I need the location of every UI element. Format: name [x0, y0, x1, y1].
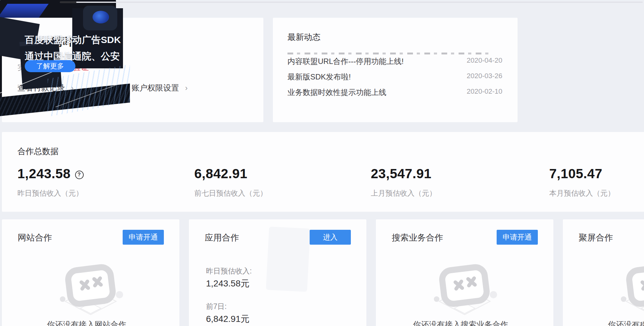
- stat-number: 7,105.47: [549, 166, 602, 181]
- stat-label: 昨日预估收入（元）: [17, 188, 83, 198]
- news-item-title: 最新版SDK发布啦!: [287, 72, 351, 82]
- banner-line1: 百度联盟移动广告SDK: [25, 32, 116, 48]
- empty-state-tv-icon: [615, 264, 644, 319]
- banner-lens-illustration: [93, 11, 109, 23]
- news-item[interactable]: 最新版SDK发布啦! 2020-03-26: [287, 72, 502, 81]
- horizontal-scrollbar-thumb[interactable]: [60, 1, 76, 3]
- stat-value: 6,842.91: [194, 166, 248, 181]
- stat-value: 1,243.58?: [17, 166, 84, 181]
- stat-label: 本月预估收入（元）: [549, 188, 615, 198]
- card-watermark: [266, 227, 310, 292]
- stat-number: 6,842.91: [194, 166, 248, 181]
- stat-number: 1,243.58: [17, 166, 71, 181]
- empty-state-text: 你还没有接入搜索业务合作，: [376, 319, 553, 326]
- account-permission-link[interactable]: 账户权限设置 ›: [132, 83, 188, 93]
- news-item[interactable]: 内容联盟URL合作---停用功能上线! 2020-04-20: [287, 56, 502, 66]
- news-item-title: 业务数据时效性提示功能上线: [287, 87, 386, 97]
- news-item-date: 2020-04-20: [467, 56, 502, 65]
- empty-state-tv-icon: [428, 264, 502, 319]
- income-label: 昨日预估收入:: [206, 266, 252, 276]
- stat-label: 上月预估收入（元）: [371, 188, 436, 198]
- apply-open-button[interactable]: 申请开通: [123, 230, 164, 245]
- chevron-right-icon: ›: [185, 84, 188, 92]
- stat-label: 前七日预估收入（元）: [194, 188, 267, 198]
- income-value: 6,842.91元: [206, 313, 249, 325]
- stat-value: 23,547.91: [371, 166, 431, 181]
- income-value: 1,243.58元: [206, 278, 249, 290]
- coop-card-app: 应用合作 进入 昨日预估收入: 1,243.58元 前7日: 6,842.91元: [189, 219, 366, 326]
- dashboard-page: 您好，晴叶科技! 实名认证： 已验证 查看付款记录 › 账户权限设置 › 最新动…: [0, 0, 644, 326]
- income-label: 前7日:: [206, 302, 227, 311]
- coop-card-title: 搜索业务合作: [392, 232, 443, 243]
- coop-card-screen: 聚屏合作 你还没有接入聚屏合作，: [563, 219, 644, 326]
- help-icon[interactable]: ?: [75, 171, 84, 179]
- news-title: 最新动态: [287, 32, 320, 43]
- news-card: 最新动态 内容联盟URL合作---停用功能上线! 2020-04-20 最新版S…: [273, 18, 518, 122]
- coop-card-title: 网站合作: [18, 232, 52, 243]
- news-item[interactable]: 业务数据时效性提示功能上线 2020-02-10: [287, 87, 502, 97]
- apply-open-button[interactable]: 申请开通: [497, 230, 538, 245]
- coop-card-title: 应用合作: [205, 232, 239, 243]
- total-data-card: 合作总数据 1,243.58? 昨日预估收入（元） 6,842.91 前七日预估…: [2, 132, 644, 212]
- coop-card-search: 搜索业务合作 申请开通 你还没有接入搜索业务合作，: [376, 219, 553, 326]
- news-item-date: 2020-02-10: [467, 87, 502, 96]
- empty-state-text: 你还没有接入网站合作，: [2, 319, 179, 326]
- account-permission-label: 账户权限设置: [132, 83, 179, 92]
- stat-value: 7,105.47: [549, 166, 602, 181]
- coop-card-website: 网站合作 申请开通 你还没有接入网站合作，: [2, 219, 179, 326]
- total-data-title: 合作总数据: [17, 146, 59, 157]
- stat-number: 23,547.91: [371, 166, 431, 181]
- clipped-scrolling-news-item: [287, 53, 493, 54]
- horizontal-scrollbar-track[interactable]: [60, 2, 643, 3]
- enter-button[interactable]: 进入: [310, 230, 351, 245]
- coop-card-title: 聚屏合作: [579, 232, 613, 243]
- news-item-date: 2020-03-26: [467, 72, 502, 80]
- banner-text: 百度联盟移动广告SDK 通过中国信通院、公安: [25, 32, 116, 65]
- news-item-title: 内容联盟URL合作---停用功能上线!: [287, 56, 404, 66]
- empty-state-tv-icon: [54, 264, 128, 319]
- banner-decoration: [0, 4, 48, 18]
- learn-more-button[interactable]: 了解更多: [25, 60, 75, 72]
